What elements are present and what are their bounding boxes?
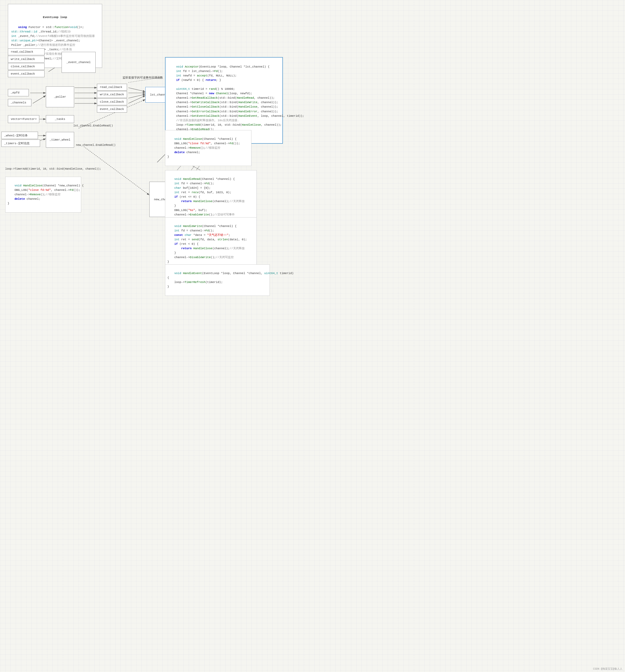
uml-read-callback-1: read_callback <box>8 48 45 55</box>
handle-write-code: void HandleWrite(Channel *channel) { int… <box>165 217 257 271</box>
handle-close-bottom-code: void HandleClose(Channel *new_channel) {… <box>5 177 81 213</box>
svg-line-14 <box>129 94 145 98</box>
uml-poller-event: event_callback <box>97 106 127 113</box>
poller-event-label: event_callback <box>100 107 124 111</box>
poller-label: _poller <box>54 95 66 98</box>
uml-close-callback-1: close_callback <box>8 63 45 70</box>
event-callback-label-1: event_callback <box>11 72 35 75</box>
uml-wheel: _wheel-定时任务 <box>1 132 38 139</box>
uml-event-channel: _event_channel <box>62 52 96 73</box>
channels-label: _channels <box>11 101 26 104</box>
tasks-label: _tasks <box>55 118 65 121</box>
wheel-label: _wheel-定时任务 <box>4 134 28 138</box>
uml-event-callback-1: event_callback <box>8 70 45 77</box>
uml-timers: _timers-定时信息 <box>1 140 40 147</box>
svg-line-12 <box>129 88 145 92</box>
write-callback-label-1: write_callback <box>11 57 35 61</box>
watermark: CSDN @海棠宝宝@备人人 <box>593 667 622 671</box>
new-channel-enable-read: new_channel.EnableRead() <box>76 143 116 147</box>
timer-add-label: loop->TimerAdd(timerid, 10, std::bind(Ha… <box>5 168 101 170</box>
poller-close-label: close_callback <box>100 100 124 103</box>
epfd-label: _epfd <box>11 91 19 94</box>
lst-channel-enable-read: lst_channel.EnableRead() <box>73 124 113 127</box>
timers-label: _timers-定时信息 <box>4 141 30 145</box>
vector-functor-label: vector<Functor> <box>11 118 37 121</box>
svg-line-15 <box>129 96 145 103</box>
eventloop-title: EventLoop loop <box>11 15 99 20</box>
uml-poller-write: write_callback <box>97 91 127 98</box>
uml-channels: _channels <box>8 99 31 106</box>
read-callback-label-1: read_callback <box>11 50 33 53</box>
uml-tasks: _tasks <box>46 115 74 123</box>
main-canvas: EventLoop loop using Functor = std::func… <box>0 0 625 672</box>
timer-wheel-label: _timer_wheel <box>49 138 70 141</box>
arrows-layer <box>0 0 625 672</box>
uml-poller: _poller <box>46 87 74 107</box>
uml-timer-wheel: _timer_wheel <box>46 132 74 148</box>
svg-line-20 <box>84 147 149 195</box>
svg-line-7 <box>33 96 46 103</box>
uml-vector-functor: vector<Functor> <box>8 115 39 123</box>
handle-close-top-code: void HandleClose(Channel *channel) { DBG… <box>165 130 252 166</box>
poller-write-label: write_callback <box>100 93 124 96</box>
uml-epfd: _epfd <box>8 89 29 96</box>
uml-poller-read: read_callback <box>97 84 127 91</box>
uml-write-callback-1: write_callback <box>8 56 45 63</box>
event-channel-label: _event_channel <box>67 61 91 64</box>
uml-poller-close: close_callback <box>97 98 127 105</box>
monitor-label: 监听套接字的可读事件回调函数 <box>122 76 163 79</box>
poller-read-label: read_callback <box>100 86 122 89</box>
handle-event-code: void HandleEvent(EventLoop *loop, Channe… <box>165 264 270 296</box>
close-callback-label-1: close_callback <box>11 65 35 68</box>
